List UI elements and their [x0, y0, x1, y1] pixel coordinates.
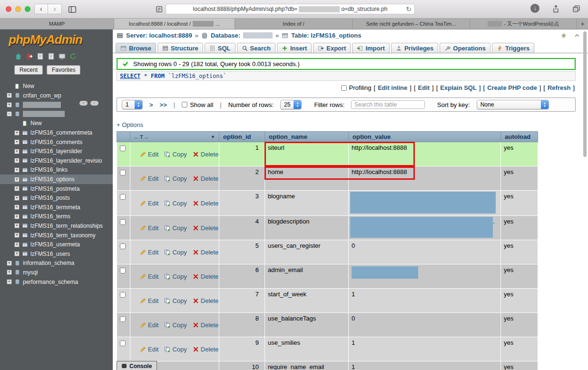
expand-icon[interactable]: + — [14, 204, 20, 210]
header-option-name[interactable]: option_name — [265, 132, 349, 142]
browser-tab-phpmyadmin[interactable]: localhost:8888 / localhost / ... — [114, 19, 235, 29]
home-icon[interactable] — [14, 52, 22, 60]
tree-item-table-term-taxonomy[interactable]: +lzFMS16_term_taxonomy — [0, 231, 113, 240]
scroll-top-icon[interactable] — [574, 32, 580, 39]
reload-icon[interactable]: ↻ — [406, 5, 412, 13]
settings-icon[interactable] — [58, 52, 66, 60]
num-rows-select[interactable]: 25▲▼ — [280, 100, 302, 109]
tree-item-table-layerslider[interactable]: +lzFMS16_layerslider — [0, 146, 113, 156]
tree-item-table-postmeta[interactable]: +lzFMS16_postmeta — [0, 184, 113, 194]
next-page-button[interactable]: > — [149, 101, 153, 108]
expand-icon[interactable]: + — [14, 214, 20, 219]
expand-icon[interactable]: + — [14, 251, 20, 256]
expand-icon[interactable]: + — [14, 233, 20, 238]
copy-button[interactable]: Copy — [164, 249, 186, 256]
favorites-button[interactable]: Favorites — [47, 65, 80, 75]
create-php-code-link[interactable]: Create PHP code — [487, 84, 537, 91]
row-checkbox[interactable] — [120, 219, 126, 225]
tree-item-table-links[interactable]: +lzFMS16_links — [0, 166, 113, 175]
edit-button[interactable]: Edit — [140, 249, 158, 256]
header-autoload[interactable]: autoload — [501, 132, 538, 142]
tree-item-database[interactable]: +crifan_com_wp — [0, 91, 113, 100]
header-option-value[interactable]: option_value — [349, 132, 501, 142]
breadcrumb-database[interactable]: Database: — [211, 32, 240, 39]
tree-item-table-users[interactable]: +lzFMS16_users — [0, 249, 113, 259]
expand-icon[interactable]: + — [14, 167, 20, 173]
new-tab-button[interactable]: + — [577, 19, 588, 29]
expand-icon[interactable]: + — [7, 261, 12, 266]
edit-button[interactable]: Edit — [140, 175, 158, 182]
browser-tab-mamp[interactable]: MAMP — [0, 19, 114, 29]
tab-insert[interactable]: Insert — [277, 43, 312, 53]
row-checkbox[interactable] — [120, 316, 126, 322]
page-settings-icon[interactable] — [560, 32, 567, 39]
tree-item-table-termmeta[interactable]: +lzFMS16_termmeta — [0, 203, 113, 212]
column-move-icon[interactable]: ←T→ — [134, 134, 149, 140]
refresh-link[interactable]: Refresh — [548, 84, 570, 91]
expand-icon[interactable]: + — [7, 93, 12, 98]
row-checkbox[interactable] — [120, 268, 126, 273]
delete-button[interactable]: Delete — [193, 346, 219, 353]
delete-button[interactable]: Delete — [193, 273, 219, 280]
edit-button[interactable]: Edit — [140, 346, 158, 353]
tab-browse[interactable]: Browse — [116, 43, 156, 53]
close-window-button[interactable] — [6, 6, 11, 12]
filter-rows-input[interactable] — [351, 100, 425, 109]
breadcrumb-server[interactable]: Server: localhost:8889 — [126, 32, 192, 39]
show-all-checkbox[interactable] — [182, 102, 187, 107]
copy-button[interactable]: Copy — [164, 346, 186, 353]
docs-icon[interactable] — [36, 52, 44, 60]
copy-button[interactable]: Copy — [164, 297, 186, 304]
browser-tab-china-teatime[interactable]: Seite nicht gefunden – China TeaTim... — [353, 19, 470, 29]
tree-item-table-terms[interactable]: +lzFMS16_terms — [0, 212, 113, 222]
header-option-id[interactable]: option_id — [219, 132, 265, 142]
tab-triggers[interactable]: Triggers — [492, 43, 534, 53]
expand-icon[interactable]: + — [14, 242, 20, 247]
expand-icon[interactable]: + — [7, 102, 12, 107]
tab-operations[interactable]: Operations — [440, 43, 490, 53]
recent-button[interactable]: Recent — [14, 65, 43, 75]
reader-view-icon[interactable] — [155, 5, 163, 13]
breadcrumb-table[interactable]: Table: lzFMS16_options — [291, 32, 361, 39]
copy-button[interactable]: Copy — [164, 321, 186, 329]
column-filter-caret-icon[interactable]: ▼ — [211, 135, 215, 139]
row-checkbox[interactable] — [120, 243, 126, 249]
expand-icon[interactable]: + — [7, 279, 12, 284]
reload-navigation-icon[interactable] — [69, 52, 77, 60]
tab-structure[interactable]: Structure — [157, 43, 203, 53]
collapse-all-icon[interactable]: − — [79, 101, 88, 106]
delete-button[interactable]: Delete — [193, 224, 219, 232]
explain-sql-link[interactable]: Explain SQL — [440, 84, 477, 91]
delete-button[interactable]: Delete — [193, 297, 219, 304]
tree-item-table-term-relationships[interactable]: +lzFMS16_term_relationships — [0, 221, 113, 231]
delete-button[interactable]: Delete — [193, 321, 219, 329]
tree-item-table-commentmeta[interactable]: +lzFMS16_commentmeta — [0, 128, 113, 137]
row-checkbox[interactable] — [120, 170, 126, 175]
row-checkbox[interactable] — [120, 194, 126, 200]
tree-item-table-comments[interactable]: +lzFMS16_comments — [0, 137, 113, 147]
delete-button[interactable]: Delete — [193, 175, 219, 182]
options-toggle-link[interactable]: + Options — [117, 121, 576, 128]
copy-button[interactable]: Copy — [164, 151, 186, 158]
browser-tab-wordpress[interactable]: - 又一个WordPress站点 — [470, 19, 577, 29]
expand-icon[interactable]: + — [14, 223, 20, 228]
logout-icon[interactable] — [25, 52, 33, 60]
tab-privileges[interactable]: Privileges — [391, 43, 438, 53]
page-select[interactable]: 1▲▼ — [122, 100, 143, 109]
tree-item-mysql[interactable]: +mysql — [0, 268, 113, 277]
tree-item-new-database[interactable]: New — [0, 81, 113, 91]
row-checkbox[interactable] — [120, 146, 126, 151]
tab-search[interactable]: Search — [237, 43, 275, 53]
copy-button[interactable]: Copy — [164, 224, 186, 232]
delete-button[interactable]: Delete — [193, 151, 219, 158]
minimize-window-button[interactable] — [15, 6, 21, 12]
sort-by-key-select[interactable]: None▲▼ — [477, 100, 549, 109]
row-checkbox[interactable] — [120, 292, 126, 298]
sql-keyword-select[interactable]: SELECT — [120, 73, 140, 79]
tree-item-table-usermeta[interactable]: +lzFMS16_usermeta — [0, 240, 113, 249]
edit-button[interactable]: Edit — [140, 200, 158, 207]
profiling-checkbox[interactable] — [341, 85, 347, 91]
sql-docs-icon[interactable] — [47, 52, 55, 60]
edit-button[interactable]: Edit — [140, 273, 158, 280]
console-button[interactable]: Console — [117, 361, 157, 370]
